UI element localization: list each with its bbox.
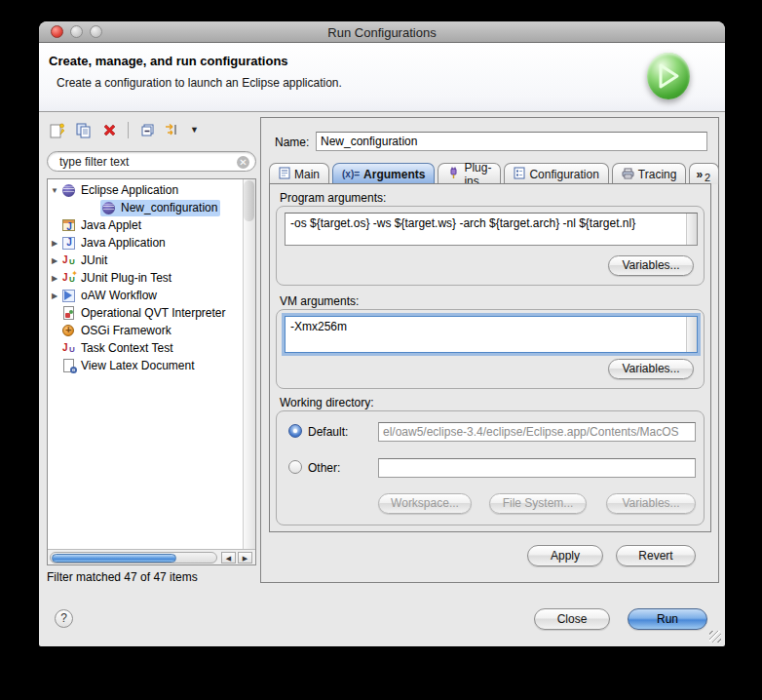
- tree-item-eclipse-application[interactable]: ▼ Eclipse Application: [48, 181, 178, 199]
- clear-filter-icon[interactable]: ✕: [237, 156, 249, 169]
- tab-overflow[interactable]: »2: [689, 163, 719, 184]
- workspace-button[interactable]: Workspace...: [378, 493, 472, 514]
- junit-icon: JU: [61, 253, 77, 268]
- file-system-button[interactable]: File System...: [489, 493, 587, 514]
- filter-input[interactable]: type filter text ✕: [47, 151, 256, 172]
- filter-menu-chevron-icon[interactable]: ▼: [190, 125, 199, 135]
- configuration-detail-panel: Name: Main (x)= Arguments Plug-ins Confi…: [260, 117, 719, 583]
- arguments-tab-icon: (x)=: [342, 169, 360, 179]
- tree-item-junit-plugin-test[interactable]: ▶ JU✦ JUnit Plug-in Test: [48, 269, 171, 287]
- tree-item-new-configuration[interactable]: New_configuration: [48, 199, 220, 216]
- play-triangle-icon: [656, 62, 681, 90]
- scrollbar-thumb[interactable]: [52, 554, 176, 563]
- overflow-chevron-icon: »: [696, 168, 703, 181]
- tree-item-label: JUnit Plug-in Test: [81, 271, 171, 285]
- other-directory-input[interactable]: [378, 458, 696, 478]
- tree-item-label: JUnit: [81, 253, 107, 267]
- collapse-all-icon[interactable]: [137, 121, 157, 139]
- header-title: Create, manage, and run configurations: [49, 54, 288, 68]
- tree-item-label: OSGi Framework: [81, 324, 171, 337]
- program-arguments-value: -os ${target.os} -ws ${target.ws} -arch …: [290, 216, 635, 230]
- configurations-toolbar: ▼: [47, 118, 199, 141]
- tree-item-java-applet[interactable]: J Java Applet: [48, 216, 141, 234]
- resize-grip[interactable]: [709, 631, 721, 642]
- program-arguments-group: -os ${target.os} -ws ${target.ws} -arch …: [276, 206, 705, 286]
- tab-label: Configuration: [529, 168, 598, 181]
- configurations-tree[interactable]: ▼ Eclipse Application New_configuration …: [47, 178, 256, 565]
- name-label: Name:: [275, 136, 309, 149]
- tree-item-view-latex-document[interactable]: View Latex Document: [48, 357, 195, 374]
- tab-arguments[interactable]: (x)= Arguments: [332, 163, 435, 184]
- expander-collapsed-icon[interactable]: ▶: [48, 292, 61, 300]
- tree-item-label: Eclipse Application: [81, 183, 178, 197]
- expander-collapsed-icon[interactable]: ▶: [48, 239, 61, 248]
- vm-variables-button[interactable]: Variables...: [608, 359, 694, 379]
- filter-configurations-icon[interactable]: [164, 121, 183, 139]
- apply-button[interactable]: Apply: [527, 545, 603, 566]
- title-bar[interactable]: Run Configurations: [39, 21, 725, 43]
- tree-item-operational-qvt[interactable]: Operational QVT Interpreter: [48, 304, 226, 322]
- tree-item-label: New_configuration: [121, 201, 217, 214]
- expander-expanded-icon[interactable]: ▼: [48, 186, 61, 195]
- name-input[interactable]: [316, 132, 707, 151]
- program-variables-button[interactable]: Variables...: [608, 255, 694, 276]
- program-arguments-textarea[interactable]: -os ${target.os} -ws ${target.ws} -arch …: [285, 213, 698, 246]
- new-configuration-icon[interactable]: [47, 121, 66, 139]
- scroll-right-icon[interactable]: ▶: [238, 552, 252, 564]
- duplicate-configuration-icon[interactable]: [73, 121, 93, 139]
- run-banner-icon: [647, 53, 690, 99]
- vm-arguments-label: VM arguments:: [280, 294, 359, 308]
- main-tab-icon: [279, 167, 290, 181]
- eclipse-application-icon: [61, 183, 77, 198]
- configuration-tab-icon: [514, 167, 525, 181]
- textarea-scrollbar[interactable]: [686, 317, 697, 352]
- vm-arguments-textarea[interactable]: -Xmx256m: [285, 316, 698, 353]
- tab-main[interactable]: Main: [269, 163, 329, 184]
- close-button[interactable]: Close: [534, 608, 610, 630]
- default-directory-input[interactable]: [378, 422, 696, 442]
- osgi-framework-icon: [61, 324, 77, 338]
- expander-collapsed-icon[interactable]: ▶: [48, 274, 61, 283]
- tree-item-label: Java Applet: [81, 218, 141, 232]
- tab-configuration[interactable]: Configuration: [504, 163, 608, 184]
- scroll-left-icon[interactable]: ◀: [221, 552, 236, 564]
- tree-item-oaw-workflow[interactable]: ▶ oAW Workflow: [48, 287, 157, 304]
- textarea-scrollbar[interactable]: [686, 214, 697, 245]
- default-radio-label: Default:: [308, 425, 348, 439]
- tree-item-task-context-test[interactable]: JU Task Context Test: [48, 339, 173, 357]
- default-radio[interactable]: [288, 424, 302, 438]
- eclipse-application-icon: [101, 201, 117, 215]
- tree-horizontal-scrollbar[interactable]: ◀ ▶: [48, 549, 255, 564]
- tree-item-label: Java Application: [81, 236, 166, 250]
- junit-plugin-test-icon: JU✦: [61, 271, 77, 286]
- arguments-tab-content: Program arguments: -os ${target.os} -ws …: [269, 183, 711, 532]
- overflow-count: 2: [705, 172, 710, 183]
- view-latex-document-icon: [61, 359, 77, 373]
- tree-item-label: oAW Workflow: [81, 289, 157, 302]
- vm-arguments-value: -Xmx256m: [290, 320, 347, 333]
- expander-collapsed-icon[interactable]: ▶: [48, 256, 61, 265]
- help-button[interactable]: ?: [55, 609, 73, 628]
- other-radio-label: Other:: [308, 461, 340, 475]
- tree-item-label: View Latex Document: [81, 359, 195, 372]
- tree-item-java-application[interactable]: ▶ J Java Application: [48, 234, 166, 252]
- tree-vertical-scrollbar[interactable]: [243, 179, 255, 550]
- tree-item-label: Operational QVT Interpreter: [81, 306, 226, 320]
- oaw-workflow-icon: [61, 289, 77, 303]
- java-applet-icon: J: [61, 218, 77, 233]
- tree-item-junit[interactable]: ▶ JU JUnit: [48, 252, 107, 269]
- tree-item-osgi-framework[interactable]: OSGi Framework: [48, 322, 171, 339]
- workdir-variables-button[interactable]: Variables...: [606, 493, 696, 514]
- run-button[interactable]: Run: [628, 608, 707, 630]
- revert-button[interactable]: Revert: [616, 545, 696, 566]
- qvt-interpreter-icon: [61, 306, 77, 321]
- tab-tracing[interactable]: Tracing: [612, 163, 687, 184]
- other-radio[interactable]: [288, 460, 302, 474]
- delete-configuration-icon[interactable]: [99, 121, 119, 139]
- filter-status-text: Filter matched 47 of 47 items: [47, 570, 198, 584]
- filter-placeholder: type filter text: [59, 155, 129, 169]
- tab-plug-ins[interactable]: Plug-ins: [438, 163, 501, 184]
- run-configurations-dialog: Run Configurations Create, manage, and r…: [39, 21, 725, 646]
- tree-item-label: Task Context Test: [81, 341, 173, 355]
- toolbar-separator: [128, 122, 129, 138]
